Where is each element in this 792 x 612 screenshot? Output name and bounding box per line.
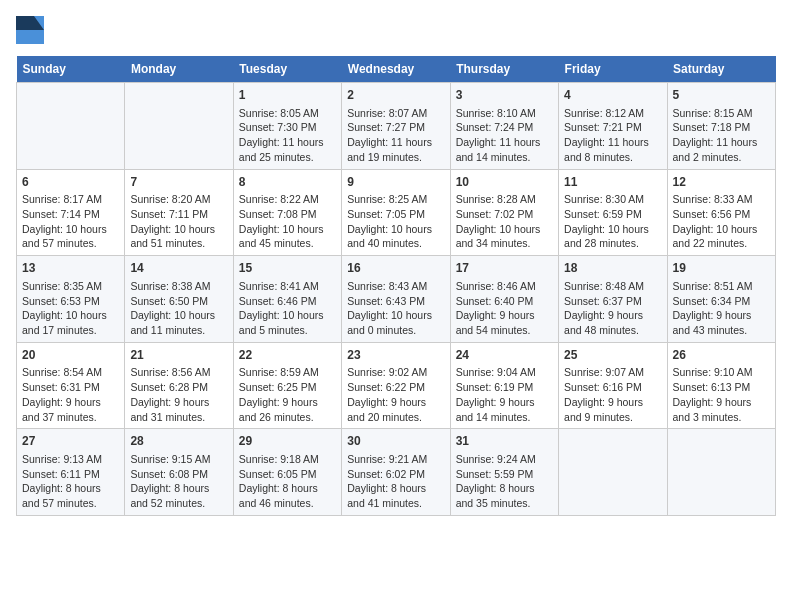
- week-row-2: 6Sunrise: 8:17 AM Sunset: 7:14 PM Daylig…: [17, 169, 776, 256]
- logo-icon: [16, 16, 44, 44]
- day-detail: Sunrise: 8:07 AM Sunset: 7:27 PM Dayligh…: [347, 106, 444, 165]
- calendar-body: 1Sunrise: 8:05 AM Sunset: 7:30 PM Daylig…: [17, 83, 776, 516]
- calendar-cell: 21Sunrise: 8:56 AM Sunset: 6:28 PM Dayli…: [125, 342, 233, 429]
- calendar-cell: 27Sunrise: 9:13 AM Sunset: 6:11 PM Dayli…: [17, 429, 125, 516]
- day-detail: Sunrise: 8:28 AM Sunset: 7:02 PM Dayligh…: [456, 192, 553, 251]
- day-number: 29: [239, 433, 336, 450]
- day-number: 16: [347, 260, 444, 277]
- day-detail: Sunrise: 9:15 AM Sunset: 6:08 PM Dayligh…: [130, 452, 227, 511]
- calendar-cell: 22Sunrise: 8:59 AM Sunset: 6:25 PM Dayli…: [233, 342, 341, 429]
- week-row-1: 1Sunrise: 8:05 AM Sunset: 7:30 PM Daylig…: [17, 83, 776, 170]
- header-day-monday: Monday: [125, 56, 233, 83]
- day-detail: Sunrise: 8:10 AM Sunset: 7:24 PM Dayligh…: [456, 106, 553, 165]
- calendar-cell: 12Sunrise: 8:33 AM Sunset: 6:56 PM Dayli…: [667, 169, 775, 256]
- calendar-cell: [125, 83, 233, 170]
- calendar-cell: 29Sunrise: 9:18 AM Sunset: 6:05 PM Dayli…: [233, 429, 341, 516]
- day-detail: Sunrise: 8:17 AM Sunset: 7:14 PM Dayligh…: [22, 192, 119, 251]
- day-number: 15: [239, 260, 336, 277]
- day-number: 19: [673, 260, 770, 277]
- calendar-cell: 7Sunrise: 8:20 AM Sunset: 7:11 PM Daylig…: [125, 169, 233, 256]
- day-detail: Sunrise: 8:41 AM Sunset: 6:46 PM Dayligh…: [239, 279, 336, 338]
- calendar-cell: 16Sunrise: 8:43 AM Sunset: 6:43 PM Dayli…: [342, 256, 450, 343]
- day-detail: Sunrise: 8:46 AM Sunset: 6:40 PM Dayligh…: [456, 279, 553, 338]
- page-header: [16, 16, 776, 44]
- calendar-cell: 8Sunrise: 8:22 AM Sunset: 7:08 PM Daylig…: [233, 169, 341, 256]
- day-number: 10: [456, 174, 553, 191]
- calendar-cell: 6Sunrise: 8:17 AM Sunset: 7:14 PM Daylig…: [17, 169, 125, 256]
- day-number: 11: [564, 174, 661, 191]
- calendar-cell: 1Sunrise: 8:05 AM Sunset: 7:30 PM Daylig…: [233, 83, 341, 170]
- calendar-cell: [17, 83, 125, 170]
- calendar-cell: 18Sunrise: 8:48 AM Sunset: 6:37 PM Dayli…: [559, 256, 667, 343]
- day-detail: Sunrise: 8:22 AM Sunset: 7:08 PM Dayligh…: [239, 192, 336, 251]
- day-detail: Sunrise: 9:10 AM Sunset: 6:13 PM Dayligh…: [673, 365, 770, 424]
- calendar-cell: 11Sunrise: 8:30 AM Sunset: 6:59 PM Dayli…: [559, 169, 667, 256]
- calendar-cell: 20Sunrise: 8:54 AM Sunset: 6:31 PM Dayli…: [17, 342, 125, 429]
- day-number: 2: [347, 87, 444, 104]
- day-number: 9: [347, 174, 444, 191]
- day-number: 24: [456, 347, 553, 364]
- calendar-cell: 5Sunrise: 8:15 AM Sunset: 7:18 PM Daylig…: [667, 83, 775, 170]
- header-row: SundayMondayTuesdayWednesdayThursdayFrid…: [17, 56, 776, 83]
- day-number: 13: [22, 260, 119, 277]
- day-number: 21: [130, 347, 227, 364]
- day-detail: Sunrise: 8:38 AM Sunset: 6:50 PM Dayligh…: [130, 279, 227, 338]
- day-detail: Sunrise: 8:59 AM Sunset: 6:25 PM Dayligh…: [239, 365, 336, 424]
- day-detail: Sunrise: 8:05 AM Sunset: 7:30 PM Dayligh…: [239, 106, 336, 165]
- calendar-cell: 25Sunrise: 9:07 AM Sunset: 6:16 PM Dayli…: [559, 342, 667, 429]
- day-number: 25: [564, 347, 661, 364]
- calendar-cell: 14Sunrise: 8:38 AM Sunset: 6:50 PM Dayli…: [125, 256, 233, 343]
- day-detail: Sunrise: 9:24 AM Sunset: 5:59 PM Dayligh…: [456, 452, 553, 511]
- day-detail: Sunrise: 8:33 AM Sunset: 6:56 PM Dayligh…: [673, 192, 770, 251]
- day-number: 30: [347, 433, 444, 450]
- day-number: 18: [564, 260, 661, 277]
- calendar-cell: 3Sunrise: 8:10 AM Sunset: 7:24 PM Daylig…: [450, 83, 558, 170]
- day-number: 31: [456, 433, 553, 450]
- calendar-cell: [559, 429, 667, 516]
- week-row-5: 27Sunrise: 9:13 AM Sunset: 6:11 PM Dayli…: [17, 429, 776, 516]
- day-number: 14: [130, 260, 227, 277]
- svg-rect-1: [16, 30, 44, 44]
- day-number: 1: [239, 87, 336, 104]
- day-detail: Sunrise: 8:54 AM Sunset: 6:31 PM Dayligh…: [22, 365, 119, 424]
- week-row-3: 13Sunrise: 8:35 AM Sunset: 6:53 PM Dayli…: [17, 256, 776, 343]
- day-number: 6: [22, 174, 119, 191]
- week-row-4: 20Sunrise: 8:54 AM Sunset: 6:31 PM Dayli…: [17, 342, 776, 429]
- calendar-cell: 17Sunrise: 8:46 AM Sunset: 6:40 PM Dayli…: [450, 256, 558, 343]
- day-detail: Sunrise: 9:18 AM Sunset: 6:05 PM Dayligh…: [239, 452, 336, 511]
- header-day-wednesday: Wednesday: [342, 56, 450, 83]
- day-number: 17: [456, 260, 553, 277]
- day-detail: Sunrise: 8:12 AM Sunset: 7:21 PM Dayligh…: [564, 106, 661, 165]
- day-detail: Sunrise: 8:48 AM Sunset: 6:37 PM Dayligh…: [564, 279, 661, 338]
- day-number: 8: [239, 174, 336, 191]
- calendar-cell: 30Sunrise: 9:21 AM Sunset: 6:02 PM Dayli…: [342, 429, 450, 516]
- calendar-cell: 31Sunrise: 9:24 AM Sunset: 5:59 PM Dayli…: [450, 429, 558, 516]
- calendar-cell: 15Sunrise: 8:41 AM Sunset: 6:46 PM Dayli…: [233, 256, 341, 343]
- day-detail: Sunrise: 8:15 AM Sunset: 7:18 PM Dayligh…: [673, 106, 770, 165]
- day-detail: Sunrise: 9:04 AM Sunset: 6:19 PM Dayligh…: [456, 365, 553, 424]
- header-day-tuesday: Tuesday: [233, 56, 341, 83]
- calendar-cell: 2Sunrise: 8:07 AM Sunset: 7:27 PM Daylig…: [342, 83, 450, 170]
- day-number: 26: [673, 347, 770, 364]
- day-detail: Sunrise: 9:13 AM Sunset: 6:11 PM Dayligh…: [22, 452, 119, 511]
- day-detail: Sunrise: 8:20 AM Sunset: 7:11 PM Dayligh…: [130, 192, 227, 251]
- day-detail: Sunrise: 8:35 AM Sunset: 6:53 PM Dayligh…: [22, 279, 119, 338]
- day-number: 20: [22, 347, 119, 364]
- calendar-cell: 23Sunrise: 9:02 AM Sunset: 6:22 PM Dayli…: [342, 342, 450, 429]
- calendar-cell: 9Sunrise: 8:25 AM Sunset: 7:05 PM Daylig…: [342, 169, 450, 256]
- day-detail: Sunrise: 9:21 AM Sunset: 6:02 PM Dayligh…: [347, 452, 444, 511]
- calendar-cell: 28Sunrise: 9:15 AM Sunset: 6:08 PM Dayli…: [125, 429, 233, 516]
- day-detail: Sunrise: 8:43 AM Sunset: 6:43 PM Dayligh…: [347, 279, 444, 338]
- day-detail: Sunrise: 9:02 AM Sunset: 6:22 PM Dayligh…: [347, 365, 444, 424]
- day-detail: Sunrise: 9:07 AM Sunset: 6:16 PM Dayligh…: [564, 365, 661, 424]
- calendar-table: SundayMondayTuesdayWednesdayThursdayFrid…: [16, 56, 776, 516]
- day-number: 22: [239, 347, 336, 364]
- calendar-cell: 4Sunrise: 8:12 AM Sunset: 7:21 PM Daylig…: [559, 83, 667, 170]
- day-detail: Sunrise: 8:25 AM Sunset: 7:05 PM Dayligh…: [347, 192, 444, 251]
- header-day-friday: Friday: [559, 56, 667, 83]
- day-number: 27: [22, 433, 119, 450]
- day-number: 28: [130, 433, 227, 450]
- day-detail: Sunrise: 8:56 AM Sunset: 6:28 PM Dayligh…: [130, 365, 227, 424]
- day-number: 23: [347, 347, 444, 364]
- day-number: 12: [673, 174, 770, 191]
